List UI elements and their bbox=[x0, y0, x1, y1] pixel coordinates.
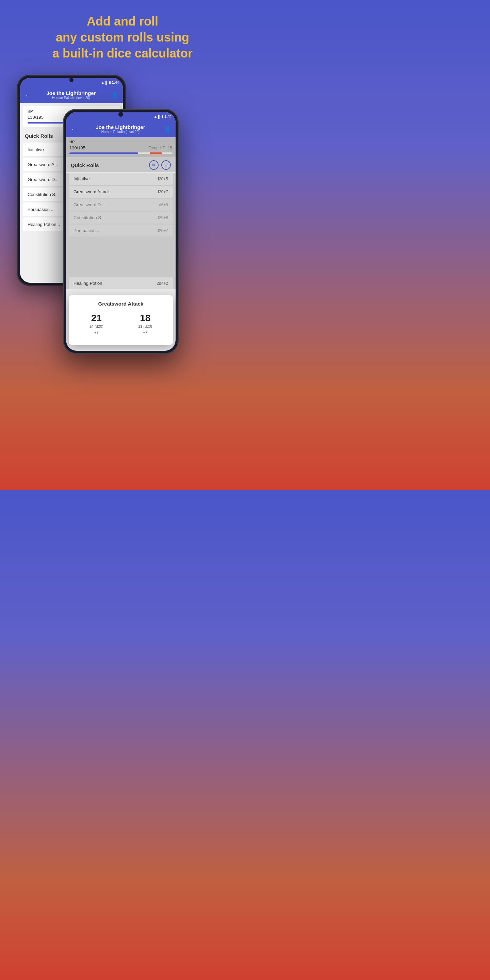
back-roll-label-4: Constitution S... bbox=[27, 192, 59, 197]
hero-headline: Add and roll any custom rolls using a bu… bbox=[0, 0, 245, 68]
back-roll-label-3: Greatsword D... bbox=[27, 177, 59, 182]
front-roll-item-healing[interactable]: Healing Potion 2d4+2 bbox=[69, 277, 173, 289]
front-roll-formula-2: d20+7 bbox=[156, 189, 168, 194]
result-detail-1: 14 (d20) +7 bbox=[74, 324, 119, 336]
front-quick-rolls-header: Quick Rolls ✏ + bbox=[66, 157, 176, 172]
wifi-icon: ▲ bbox=[101, 81, 105, 84]
phones-showcase: ▲ ▌ ▮ 1:44 ← Joe the Lightbringer Human … bbox=[0, 68, 245, 442]
front-hp-label: HP bbox=[69, 140, 172, 144]
front-roll-formula-4: d20+8 bbox=[156, 215, 168, 220]
front-roll-item-1[interactable]: Initiative d20+5 bbox=[69, 173, 173, 185]
front-hp-bar-fill bbox=[69, 153, 138, 154]
modal-title: Greatsword Attack bbox=[72, 301, 169, 307]
back-char-sub: Human Paladin (level 20) bbox=[34, 96, 108, 100]
front-roll-item-3[interactable]: Greatsword D... d6+5 bbox=[69, 199, 173, 211]
front-roll-item-5[interactable]: Persuasion ... d20+7 bbox=[69, 224, 173, 237]
front-roll-label-5: Persuasion ... bbox=[73, 228, 101, 233]
front-roll-formula-healing: 2d4+2 bbox=[156, 281, 168, 286]
back-time: 1:44 bbox=[112, 81, 119, 84]
modal-result-2: 18 11 (d20) +7 bbox=[121, 311, 170, 337]
front-roll-label-healing: Healing Potion bbox=[73, 281, 102, 286]
front-hp-value: 130/195 bbox=[69, 145, 86, 150]
front-battery-icon: ▮ bbox=[162, 115, 164, 118]
front-char-name: Joe the Lightbringer bbox=[80, 124, 161, 130]
back-hp-value: 130/195 bbox=[27, 115, 43, 120]
back-app-header: ← Joe the Lightbringer Human Paladin (le… bbox=[20, 87, 123, 103]
front-back-arrow[interactable]: ← bbox=[71, 126, 77, 133]
front-status-icons: ▲ ▌ ▮ 1:44 bbox=[154, 115, 172, 118]
front-roll-formula-3: d6+5 bbox=[159, 202, 168, 207]
front-hp-row: 130/195 Temp HP: 15 bbox=[69, 145, 172, 150]
front-temp-hp: Temp HP: 15 bbox=[149, 146, 172, 150]
front-char-sub: Human Paladin (level 20) bbox=[80, 130, 161, 134]
battery-icon: ▮ bbox=[109, 81, 111, 84]
front-roll-item-4[interactable]: Constitution S... d20+8 bbox=[69, 212, 173, 224]
phone-front: ▲ ▌ ▮ 1:44 ← Joe the Lightbringer Human … bbox=[63, 109, 179, 354]
front-app-header: ← Joe the Lightbringer Human Paladin (le… bbox=[66, 121, 176, 137]
front-roll-item-2[interactable]: Greatsword Attack d20+7 bbox=[69, 186, 173, 198]
front-roll-label-3: Greatsword D... bbox=[73, 202, 105, 207]
front-phone-screen: ▲ ▌ ▮ 1:44 ← Joe the Lightbringer Human … bbox=[66, 112, 176, 351]
front-qr-title: Quick Rolls bbox=[71, 162, 99, 168]
edit-icon-button[interactable]: ✏ bbox=[149, 160, 159, 170]
result-total-1: 21 bbox=[74, 313, 119, 324]
back-qr-title: Quick Rolls bbox=[25, 133, 53, 139]
front-title-block: Joe the Lightbringer Human Paladin (leve… bbox=[80, 124, 161, 134]
result-total-2: 18 bbox=[123, 313, 168, 324]
back-title-block: Joe the Lightbringer Human Paladin (leve… bbox=[34, 90, 108, 100]
back-roll-label-2: Greatsword A... bbox=[27, 162, 58, 167]
front-avatar-icon: 👤 bbox=[164, 126, 171, 132]
modal-results: 21 14 (d20) +7 18 11 (d20) +7 bbox=[72, 311, 169, 337]
camera-back bbox=[69, 78, 73, 82]
add-icon-button[interactable]: + bbox=[161, 160, 171, 170]
camera-front bbox=[118, 112, 123, 117]
greatsword-modal: Greatsword Attack 21 14 (d20) +7 18 bbox=[69, 295, 173, 344]
modal-result-1: 21 14 (d20) +7 bbox=[72, 311, 121, 337]
back-char-name: Joe the Lightbringer bbox=[34, 90, 108, 96]
back-roll-label-5: Persuasion ... bbox=[27, 207, 55, 212]
front-hp-bar bbox=[69, 153, 172, 154]
back-avatar-icon: 👤 bbox=[111, 92, 118, 98]
front-wifi-icon: ▲ bbox=[154, 115, 157, 118]
back-roll-label-6: Healing Potion... bbox=[27, 222, 60, 227]
front-roll-label-1: Initiative bbox=[73, 176, 90, 181]
front-header-icons: ✏ + bbox=[149, 160, 171, 170]
front-roll-label-2: Greatsword Attack bbox=[73, 189, 110, 194]
front-signal-icon: ▌ bbox=[158, 115, 161, 118]
back-back-arrow[interactable]: ← bbox=[25, 92, 31, 99]
back-status-icons: ▲ ▌ ▮ 1:44 bbox=[101, 81, 119, 84]
front-roll-label-4: Constitution S... bbox=[73, 215, 105, 220]
front-roll-formula-1: d20+5 bbox=[156, 177, 168, 181]
front-temp-hp-bar bbox=[150, 153, 162, 154]
front-roll-formula-5: d20+7 bbox=[156, 228, 168, 233]
signal-icon: ▌ bbox=[105, 81, 108, 84]
back-roll-label-1: Initiative bbox=[27, 147, 44, 152]
front-hp-section: HP 130/195 Temp HP: 15 bbox=[66, 137, 176, 157]
result-detail-2: 11 (d20) +7 bbox=[123, 324, 168, 336]
front-time: 1:44 bbox=[165, 115, 172, 118]
